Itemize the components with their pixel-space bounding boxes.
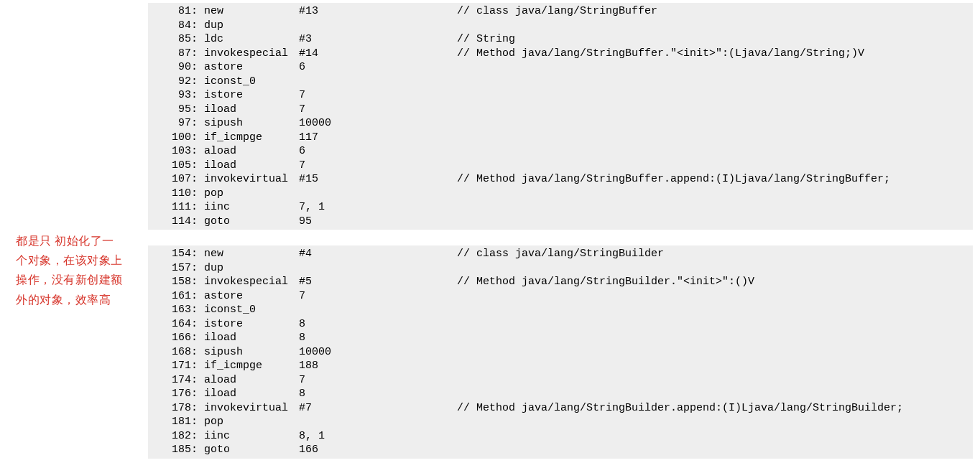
bytecode-opcode: aload [204,144,299,159]
bytecode-line: 87: invokespecial#14// Method java/lang/… [161,47,973,61]
bytecode-comment: // Method java/lang/StringBuffer.append:… [457,173,890,185]
bytecode-opcode: iconst_0 [204,75,299,89]
bytecode-line: 92: iconst_0 [161,75,973,89]
bytecode-offset: 110 [161,187,191,201]
bytecode-line: 166: iload8 [161,331,973,345]
code-column: 81: new#13// class java/lang/StringBuffe… [124,0,980,459]
bytecode-opcode: goto [204,215,299,229]
bytecode-arg: 7 [299,159,457,173]
bytecode-offset: 171 [161,359,191,373]
bytecode-arg: 6 [299,60,457,75]
bytecode-line: 164: istore8 [161,317,973,332]
bytecode-line: 110: pop [161,187,973,201]
bytecode-arg: 8 [299,317,457,332]
bytecode-offset: 100 [161,131,191,145]
bytecode-comment: // class java/lang/StringBuffer [457,5,657,17]
bytecode-opcode: sipush [204,345,299,360]
bytecode-comment: // Method java/lang/StringBuffer."<init>… [457,47,864,60]
bytecode-offset: 168 [161,345,191,360]
bytecode-offset: 157 [161,261,191,276]
bytecode-arg: 117 [299,131,457,145]
bytecode-opcode: invokespecial [204,275,299,289]
bytecode-opcode: dup [204,19,299,33]
bytecode-opcode: if_icmpge [204,131,299,145]
bytecode-offset: 92 [161,75,191,89]
bytecode-arg: #4 [299,247,457,261]
bytecode-comment: // Method java/lang/StringBuilder.append… [457,402,903,414]
bytecode-line: 163: iconst_0 [161,303,973,317]
bytecode-offset: 181 [161,415,191,429]
bytecode-offset: 154 [161,247,191,261]
bytecode-offset: 84 [161,19,191,33]
bytecode-arg: 7, 1 [299,200,457,215]
bytecode-line: 114: goto95 [161,215,973,229]
bytecode-offset: 166 [161,331,191,345]
bytecode-line: 158: invokespecial#5// Method java/lang/… [161,275,973,289]
bytecode-offset: 163 [161,303,191,317]
bytecode-offset: 103 [161,144,191,159]
bytecode-line: 182: iinc8, 1 [161,429,973,444]
bytecode-arg: 8 [299,387,457,401]
bytecode-line: 174: aload7 [161,373,973,388]
bytecode-line: 178: invokevirtual#7// Method java/lang/… [161,401,973,416]
bytecode-block-stringbuffer: 81: new#13// class java/lang/StringBuffe… [148,3,973,230]
bytecode-line: 107: invokevirtual#15// Method java/lang… [161,172,973,187]
bytecode-arg: 95 [299,215,457,229]
bytecode-offset: 114 [161,215,191,229]
bytecode-arg: 8 [299,331,457,345]
bytecode-opcode: astore [204,289,299,304]
bytecode-arg: 7 [299,88,457,103]
bytecode-offset: 85 [161,32,191,47]
bytecode-comment: // String [457,33,515,45]
bytecode-opcode: iconst_0 [204,303,299,317]
bytecode-opcode: istore [204,88,299,103]
bytecode-offset: 158 [161,275,191,289]
bytecode-line: 81: new#13// class java/lang/StringBuffe… [161,4,973,19]
bytecode-line: 157: dup [161,261,973,276]
bytecode-line: 111: iinc7, 1 [161,200,973,215]
bytecode-opcode: astore [204,60,299,75]
bytecode-arg: 166 [299,443,457,457]
bytecode-line: 93: istore7 [161,88,973,103]
bytecode-arg: 10000 [299,345,457,360]
bytecode-arg: #5 [299,275,457,289]
bytecode-arg: #13 [299,4,457,19]
bytecode-opcode: dup [204,261,299,276]
bytecode-offset: 185 [161,443,191,457]
bytecode-arg: 10000 [299,116,457,131]
bytecode-offset: 105 [161,159,191,173]
bytecode-comment: // class java/lang/StringBuilder [457,248,664,260]
bytecode-opcode: iload [204,159,299,173]
bytecode-line: 103: aload6 [161,144,973,159]
bytecode-arg: 7 [299,103,457,117]
bytecode-offset: 97 [161,116,191,131]
bytecode-offset: 111 [161,200,191,215]
bytecode-offset: 81 [161,4,191,19]
bytecode-line: 100: if_icmpge117 [161,131,973,145]
bytecode-opcode: invokespecial [204,47,299,61]
bytecode-arg: 7 [299,373,457,388]
bytecode-offset: 176 [161,387,191,401]
bytecode-opcode: goto [204,443,299,457]
bytecode-arg: 8, 1 [299,429,457,444]
bytecode-offset: 87 [161,47,191,61]
bytecode-line: 168: sipush10000 [161,345,973,360]
bytecode-arg: #3 [299,32,457,47]
bytecode-comment: // Method java/lang/StringBuilder."<init… [457,276,754,288]
bytecode-line: 97: sipush10000 [161,116,973,131]
bytecode-line: 185: goto166 [161,443,973,457]
bytecode-block-stringbuilder: 154: new#4// class java/lang/StringBuild… [148,245,973,459]
bytecode-offset: 95 [161,103,191,117]
bytecode-arg: #15 [299,172,457,187]
bytecode-offset: 178 [161,401,191,416]
bytecode-opcode: invokevirtual [204,401,299,416]
bytecode-opcode: pop [204,187,299,201]
bytecode-arg: #7 [299,401,457,416]
bytecode-opcode: ldc [204,32,299,47]
side-annotation: 都是只 初始化了一个对象，在该对象上操作，没有新创建额外的对象，效率高 [0,0,124,309]
bytecode-opcode: invokevirtual [204,172,299,187]
bytecode-opcode: sipush [204,116,299,131]
bytecode-line: 105: iload7 [161,159,973,173]
bytecode-opcode: iinc [204,200,299,215]
bytecode-opcode: pop [204,415,299,429]
